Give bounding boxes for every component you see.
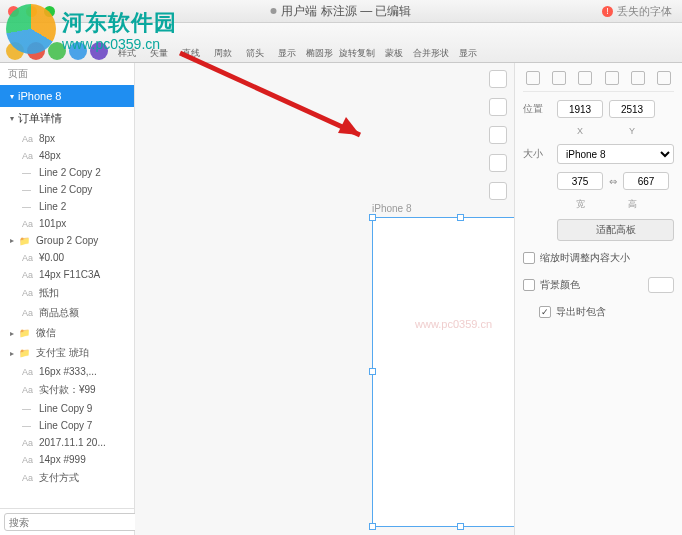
layer-label: 14px F11C3A [39, 269, 100, 280]
align-right-icon[interactable] [578, 71, 592, 85]
layer-label: Line Copy 9 [39, 403, 92, 414]
checkbox[interactable] [539, 306, 551, 318]
toolbar-button[interactable]: 样式 [114, 47, 140, 60]
layer-item[interactable]: Aa48px [0, 147, 134, 164]
resize-handle[interactable] [369, 523, 376, 530]
layer-item[interactable]: Aa¥0.00 [0, 249, 134, 266]
fit-button[interactable]: 适配高板 [557, 219, 674, 241]
pages-header[interactable]: 页面 [0, 63, 134, 85]
checkbox[interactable] [523, 279, 535, 291]
layer-type-icon: Aa [22, 288, 34, 298]
checkbox[interactable] [523, 252, 535, 264]
include-export-row[interactable]: 导出时包含 [523, 303, 674, 321]
layer-item[interactable]: Aa商品总额 [0, 303, 134, 323]
layer-item[interactable]: —Line 2 Copy 2 [0, 164, 134, 181]
layer-type-icon: Aa [22, 367, 34, 377]
bg-color-label: 背景颜色 [540, 278, 580, 292]
layer-label: 商品总额 [39, 306, 79, 320]
layer-item[interactable]: Aa支付方式 [0, 468, 134, 488]
tool-icon[interactable] [489, 98, 507, 116]
layer-label: 支付宝 琥珀 [36, 346, 89, 360]
resize-handle[interactable] [369, 214, 376, 221]
toolbar-shape-colors [6, 42, 108, 60]
position-label: 位置 [523, 102, 551, 116]
device-select[interactable]: iPhone 8 [557, 144, 674, 164]
color-swatch-icon[interactable] [6, 42, 24, 60]
layer-item[interactable]: —Line Copy 7 [0, 417, 134, 434]
inspector-panel: 位置 XY 大小 iPhone 8 ⇔ 宽高 适配高板 缩放时调整内容大小 背景… [514, 63, 682, 535]
align-top-icon[interactable] [605, 71, 619, 85]
sidebar-footer: ✎ 68 [0, 508, 134, 535]
tool-icon[interactable] [489, 182, 507, 200]
color-swatch-icon[interactable] [27, 42, 45, 60]
layer-item[interactable]: ▸📁Group 2 Copy [0, 232, 134, 249]
resize-content-row[interactable]: 缩放时调整内容大小 [523, 249, 674, 267]
layer-item[interactable]: ▸📁支付宝 琥珀 [0, 343, 134, 363]
bg-color-row[interactable]: 背景颜色 [523, 275, 674, 295]
toolbar-button[interactable]: 周款 [210, 47, 236, 60]
lock-aspect-icon[interactable]: ⇔ [609, 176, 617, 187]
chevron-right-icon: ▸ [10, 236, 14, 245]
align-bottom-icon[interactable] [657, 71, 671, 85]
layer-item[interactable]: Aa14px #999 [0, 451, 134, 468]
layer-item[interactable]: Aa抵扣 [0, 283, 134, 303]
window-titlebar: 用户端 标注源 — 已编辑 ! 丢失的字体 [0, 0, 682, 23]
layer-item[interactable]: Aa2017.11.1 20... [0, 434, 134, 451]
size-label: 大小 [523, 147, 551, 161]
chevron-right-icon: ▸ [10, 349, 14, 358]
color-swatch[interactable] [648, 277, 674, 293]
color-swatch-icon[interactable] [69, 42, 87, 60]
resize-content-label: 缩放时调整内容大小 [540, 251, 630, 265]
artboard[interactable] [372, 217, 514, 527]
toolbar-button[interactable]: 显示 [455, 47, 481, 60]
toolbar-button[interactable]: 蒙板 [381, 47, 407, 60]
color-swatch-icon[interactable] [90, 42, 108, 60]
layers-list: Aa8pxAa48px—Line 2 Copy 2—Line 2 Copy—Li… [0, 130, 134, 508]
layer-item[interactable]: Aa实付款：¥99 [0, 380, 134, 400]
layer-item[interactable]: Aa16px #333,... [0, 363, 134, 380]
resize-handle[interactable] [457, 523, 464, 530]
artboard-label[interactable]: iPhone 8 [372, 203, 411, 214]
window-controls [8, 6, 55, 17]
align-left-icon[interactable] [526, 71, 540, 85]
layer-item[interactable]: Aa101px [0, 215, 134, 232]
close-icon[interactable] [8, 6, 19, 17]
tool-icon[interactable] [489, 154, 507, 172]
x-input[interactable] [557, 100, 603, 118]
align-center-icon[interactable] [552, 71, 566, 85]
toolbar-button[interactable]: 旋转复制 [339, 47, 375, 60]
layer-item[interactable]: —Line 2 Copy [0, 181, 134, 198]
y-input[interactable] [609, 100, 655, 118]
toolbar-button[interactable]: 箭头 [242, 47, 268, 60]
toolbar-button[interactable]: 矢量 [146, 47, 172, 60]
layer-item[interactable]: —Line Copy 9 [0, 400, 134, 417]
maximize-icon[interactable] [44, 6, 55, 17]
layer-item[interactable]: Aa14px F11C3A [0, 266, 134, 283]
align-middle-icon[interactable] [631, 71, 645, 85]
alignment-controls [523, 69, 674, 92]
toolbar-button[interactable]: 合并形状 [413, 47, 449, 60]
layer-item[interactable]: —Line 2 [0, 198, 134, 215]
width-input[interactable] [557, 172, 603, 190]
toolbar-button[interactable]: 显示 [274, 47, 300, 60]
tool-icon[interactable] [489, 70, 507, 88]
color-swatch-icon[interactable] [48, 42, 66, 60]
search-input[interactable] [4, 513, 141, 531]
minimize-icon[interactable] [26, 6, 37, 17]
toolbar-button[interactable]: 椭圆形 [306, 47, 333, 60]
layer-type-icon: Aa [22, 438, 34, 448]
layer-label: 抵扣 [39, 286, 59, 300]
selected-page[interactable]: ▾ iPhone 8 [0, 85, 134, 107]
toolbar-button[interactable]: 直线 [178, 47, 204, 60]
resize-handle[interactable] [369, 368, 376, 375]
resize-handle[interactable] [457, 214, 464, 221]
layer-item[interactable]: Aa8px [0, 130, 134, 147]
folder-icon: 📁 [19, 236, 31, 246]
layer-label: 14px #999 [39, 454, 86, 465]
height-input[interactable] [623, 172, 669, 190]
layer-item[interactable]: ▸📁微信 [0, 323, 134, 343]
artboard-group[interactable]: ▾ 订单详情 [0, 107, 134, 130]
tool-icon[interactable] [489, 126, 507, 144]
missing-font-indicator[interactable]: ! 丢失的字体 [602, 4, 672, 19]
canvas[interactable]: iPhone 8 www.pc0359.cn [135, 63, 514, 535]
